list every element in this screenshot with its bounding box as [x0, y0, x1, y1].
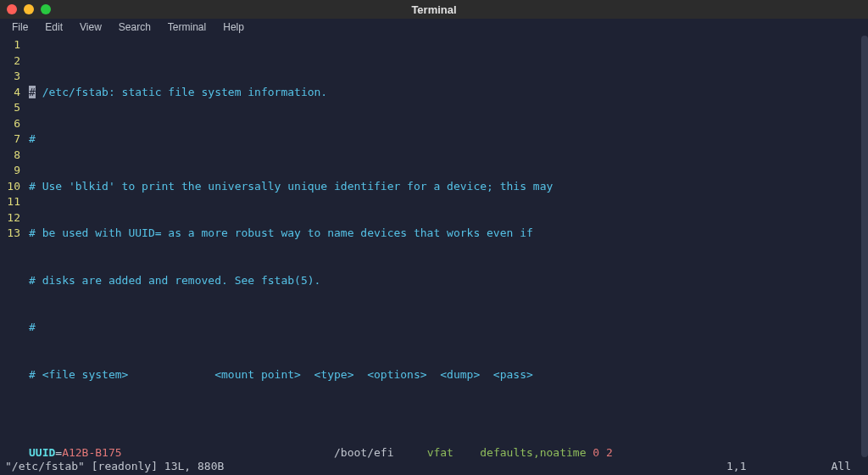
close-icon[interactable]: [7, 4, 17, 14]
vim-status-bar: "/etc/fstab" [readonly] 13L, 880B 1,1 Al…: [0, 457, 868, 475]
minimize-icon[interactable]: [24, 4, 34, 14]
line-number: 2: [0, 53, 20, 70]
menu-view[interactable]: View: [71, 20, 110, 35]
menu-search[interactable]: Search: [110, 20, 159, 35]
code-line: # be used with UUID= as a more robust wa…: [29, 226, 868, 242]
cursor: #: [29, 86, 36, 98]
status-file-info: "/etc/fstab" [readonly] 13L, 880B: [5, 457, 726, 475]
status-scroll-position: All: [832, 457, 851, 475]
line-number: 4: [0, 85, 20, 101]
maximize-icon[interactable]: [41, 4, 51, 14]
code-line: # disks are added and removed. See fstab…: [29, 273, 868, 289]
line-number: 5: [0, 100, 20, 116]
titlebar: Terminal: [0, 0, 868, 19]
line-number: 7: [0, 131, 20, 148]
editor-viewport[interactable]: 1 2 3 4 5 6 7 8 9 10 11 12 13 # /etc/fst…: [0, 36, 868, 457]
window-controls: [7, 4, 51, 14]
code-line: # <file system> <mount point> <type> <op…: [29, 367, 868, 383]
code-line: #: [29, 320, 868, 336]
status-cursor-position: 1,1: [726, 457, 746, 475]
code-line: #: [29, 131, 868, 148]
line-number-gutter: 1 2 3 4 5 6 7 8 9 10 11 12 13: [0, 37, 24, 457]
line-number: 10: [0, 179, 20, 195]
line-number: 3: [0, 69, 20, 85]
code-line: # /etc/fstab: static file system informa…: [29, 85, 868, 101]
menu-terminal[interactable]: Terminal: [159, 20, 214, 35]
line-number: 12: [0, 210, 20, 226]
line-number: 6: [0, 116, 20, 132]
scrollbar[interactable]: [861, 36, 868, 457]
code-line: # Use 'blkid' to print the universally u…: [29, 179, 868, 195]
line-number: 13: [0, 226, 20, 242]
line-number: 1: [0, 37, 20, 53]
window-title: Terminal: [411, 3, 456, 16]
menu-edit[interactable]: Edit: [36, 20, 71, 35]
code-area[interactable]: # /etc/fstab: static file system informa…: [24, 37, 868, 457]
menu-help[interactable]: Help: [214, 20, 253, 35]
menubar: File Edit View Search Terminal Help: [0, 19, 868, 36]
menu-file[interactable]: File: [3, 20, 36, 35]
line-number: 11: [0, 194, 20, 210]
line-number: 8: [0, 148, 20, 164]
line-number: 9: [0, 163, 20, 179]
comment-text: /etc/fstab: static file system informati…: [36, 86, 327, 98]
